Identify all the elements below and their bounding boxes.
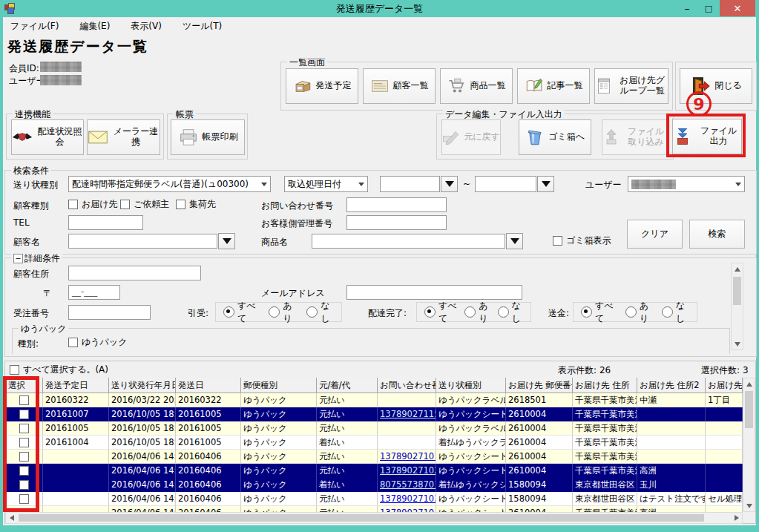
email-input[interactable] bbox=[346, 285, 522, 300]
inquiry-no-input[interactable] bbox=[346, 197, 447, 212]
row-select-checkbox[interactable] bbox=[6, 436, 43, 450]
article-list-button[interactable]: 記事一覧 bbox=[517, 68, 590, 104]
column-header[interactable]: お届け先 住所 bbox=[573, 378, 637, 393]
row-select-checkbox[interactable] bbox=[6, 421, 43, 436]
column-header[interactable]: お問い合わせ番号 bbox=[378, 378, 436, 393]
remit-radio-all[interactable]: すべて bbox=[581, 300, 617, 325]
row-select-checkbox[interactable]: ✓ bbox=[6, 464, 43, 478]
maximize-button[interactable]: □ bbox=[699, 0, 718, 16]
table-row[interactable]: ✓201610072016/10/05 18:120161005ゆうパック元払い… bbox=[6, 407, 743, 421]
remit-radio-yes[interactable]: あり bbox=[625, 300, 653, 325]
pickup-radio-no[interactable]: なし bbox=[306, 300, 334, 325]
checkbox-show-trash[interactable]: ゴミ箱表示 bbox=[553, 234, 611, 247]
checkbox-delivery-to[interactable]: お届け先 bbox=[68, 198, 118, 211]
column-header[interactable]: 元/着/代 bbox=[317, 378, 378, 393]
inquiry-number-link[interactable]: 807557387011 bbox=[378, 478, 436, 492]
delivery-status-button[interactable]: 配達状況照会 bbox=[11, 119, 84, 155]
customer-address-input[interactable] bbox=[68, 266, 201, 280]
table-vscrollbar[interactable] bbox=[743, 378, 755, 512]
invoice-type-select[interactable]: 配達時間帯指定郵便ラベル(普通)(ュ00300) bbox=[68, 176, 271, 192]
menu-view[interactable]: 表示(V) bbox=[131, 20, 162, 35]
table-row[interactable]: ✓2016/04/06 14:420160406ゆうパック元払い13789027… bbox=[6, 464, 743, 478]
checkbox-yupack[interactable]: ゆうパック bbox=[68, 336, 127, 349]
table-row[interactable]: 2016/04/06 14:420160406ゆうパック元払い137890271… bbox=[6, 450, 743, 464]
table-row[interactable]: 2016/04/06 14:420160406ゆうパック元払い137890271… bbox=[6, 506, 743, 512]
detail-scrollbar-thumb[interactable] bbox=[733, 277, 741, 305]
detail-scrollbar[interactable] bbox=[731, 263, 743, 350]
column-header[interactable]: 発送日 bbox=[176, 378, 241, 393]
pickup-radio-yes[interactable]: あり bbox=[269, 300, 296, 325]
product-list-button[interactable]: 商品一覧 bbox=[440, 68, 513, 104]
date-to-dropdown-button[interactable] bbox=[537, 176, 554, 192]
column-header[interactable]: お届け先 住所2 bbox=[637, 378, 706, 393]
table-hscrollbar-thumb[interactable] bbox=[19, 514, 704, 522]
scroll-up-icon[interactable] bbox=[743, 378, 755, 390]
inquiry-number-link[interactable]: 137890271046 bbox=[378, 506, 436, 512]
checkbox-select-all[interactable]: すべて選択する。(A) bbox=[10, 364, 108, 376]
delivery-radio-all[interactable]: すべて bbox=[424, 300, 457, 325]
date-type-select[interactable]: 取込処理日付 bbox=[284, 176, 368, 192]
tel-input[interactable] bbox=[68, 215, 143, 230]
postal-input[interactable]: __-___ bbox=[68, 285, 120, 300]
row-select-checkbox[interactable]: ✓ bbox=[6, 407, 43, 421]
delivery-radio-yes[interactable]: あり bbox=[464, 300, 490, 325]
print-report-button[interactable]: 帳票印刷 bbox=[171, 119, 245, 155]
row-select-checkbox[interactable] bbox=[6, 506, 43, 512]
column-header[interactable]: 郵便種別 bbox=[241, 378, 317, 393]
inquiry-number-link[interactable]: 137890271013 bbox=[378, 450, 436, 464]
table-row[interactable]: 201603222016/03/22 20:320160322ゆうパック元払いゆ… bbox=[6, 393, 743, 407]
date-from-input[interactable] bbox=[380, 176, 440, 192]
table-vscrollbar-thumb[interactable] bbox=[745, 391, 753, 428]
menu-file[interactable]: ファイル(F) bbox=[10, 20, 59, 35]
inquiry-number-link[interactable]: 137890271024 bbox=[378, 464, 436, 478]
order-no-input[interactable] bbox=[68, 305, 151, 320]
column-header[interactable]: 送り状種別 bbox=[436, 378, 506, 393]
column-header[interactable]: 送り状発行年月日 bbox=[109, 378, 176, 393]
menu-edit[interactable]: 編集(E) bbox=[79, 20, 110, 35]
delivery-group-list-button[interactable]: お届け先グループ一覧 bbox=[594, 68, 668, 104]
shipping-schedule-button[interactable]: 発送予定 bbox=[286, 68, 358, 104]
scroll-down-icon[interactable] bbox=[732, 338, 743, 349]
date-from-dropdown-button[interactable] bbox=[441, 176, 458, 192]
clear-button[interactable]: クリア bbox=[627, 220, 683, 249]
column-header[interactable]: 選択 bbox=[6, 378, 43, 393]
row-select-checkbox[interactable]: ✓ bbox=[6, 478, 43, 492]
close-window-button[interactable]: ✕ bbox=[720, 0, 755, 16]
checkbox-requester[interactable]: ご依頼主 bbox=[120, 198, 169, 211]
table-hscrollbar[interactable] bbox=[5, 512, 743, 524]
file-export-button[interactable]: ファイル出力 bbox=[672, 119, 742, 154]
inquiry-number-link[interactable]: 137890271035 bbox=[378, 492, 436, 506]
remit-radio-no[interactable]: なし bbox=[662, 300, 689, 325]
customer-mgmt-no-input[interactable] bbox=[346, 215, 447, 230]
scroll-down-icon[interactable] bbox=[743, 500, 755, 511]
user-filter-select[interactable] bbox=[628, 176, 745, 192]
table-row[interactable]: 201610052016/10/05 18:120161005ゆうパック元払いゆ… bbox=[6, 421, 743, 436]
undo-button[interactable]: 元に戻す bbox=[441, 119, 501, 155]
table-row[interactable]: 201610042016/10/05 18:020161005ゆうパック着払い着… bbox=[6, 436, 743, 450]
file-import-button[interactable]: ファイル取り込み bbox=[602, 119, 668, 155]
minimize-button[interactable]: – bbox=[677, 0, 697, 16]
customer-list-button[interactable]: 顧客一覧 bbox=[363, 68, 436, 104]
table-row[interactable]: 2016/04/06 14:420160406ゆうパック元払い137890271… bbox=[6, 492, 743, 506]
collapse-icon[interactable]: − bbox=[13, 254, 23, 263]
scroll-up-icon[interactable] bbox=[732, 263, 743, 275]
pickup-radio-all[interactable]: すべて bbox=[223, 300, 258, 325]
delivery-radio-no[interactable]: なし bbox=[498, 300, 523, 325]
mailer-link-button[interactable]: メーラー連携 bbox=[87, 119, 160, 155]
menu-tools[interactable]: ツール(T) bbox=[183, 20, 222, 35]
search-button[interactable]: 検索 bbox=[689, 220, 745, 249]
column-header[interactable]: お届け先 bbox=[706, 378, 743, 393]
product-name-input[interactable] bbox=[312, 234, 505, 249]
trash-button[interactable]: ゴミ箱へ bbox=[519, 119, 591, 155]
inquiry-number-link[interactable]: 137890271153 bbox=[378, 407, 436, 421]
customer-name-input[interactable] bbox=[68, 234, 217, 249]
date-to-input[interactable] bbox=[475, 176, 536, 192]
customer-name-dropdown-button[interactable] bbox=[218, 233, 235, 249]
scroll-right-icon[interactable] bbox=[731, 513, 742, 523]
table-row[interactable]: ✓2016/04/06 14:420160406ゆうパック着払い80755738… bbox=[6, 478, 743, 492]
row-select-checkbox[interactable] bbox=[6, 450, 43, 464]
row-select-checkbox[interactable] bbox=[6, 492, 43, 506]
column-header[interactable]: 発送予定日 bbox=[43, 378, 109, 393]
scroll-left-icon[interactable] bbox=[6, 513, 17, 523]
checkbox-pickup-point[interactable]: 集荷先 bbox=[176, 198, 216, 211]
